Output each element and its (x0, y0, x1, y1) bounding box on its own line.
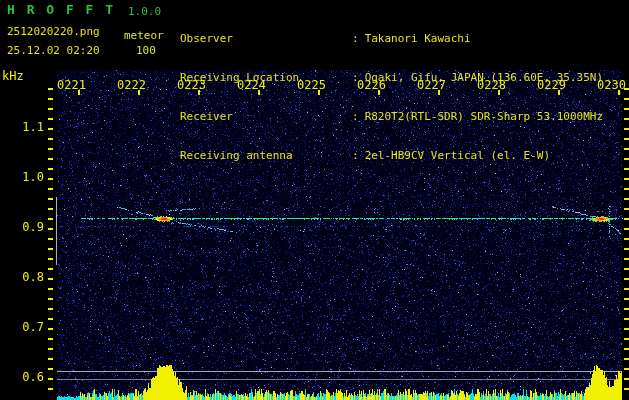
x-tick-label: 0227 (417, 79, 451, 92)
x-tick-label: 0229 (537, 79, 571, 92)
app-version: 1.0.0 (128, 5, 161, 18)
info-value: R820T2(RTL-SDR) SDR-Sharp 53.1000MHz (365, 110, 603, 123)
x-tick-label: 0225 (297, 79, 331, 92)
info-label: Receiving antenna (180, 149, 352, 162)
x-tick-label: 0230 (597, 79, 629, 92)
info-separator: : (352, 32, 359, 45)
x-tick-label: 0222 (117, 79, 151, 92)
y-tick-label: 1.1 (14, 121, 44, 134)
y-tick-label: 0.6 (14, 371, 44, 384)
info-row-observer: Observer:Takanori Kawachi (180, 32, 603, 45)
x-tick-label: 0223 (177, 79, 211, 92)
info-separator: : (352, 149, 359, 162)
text-overlay: H R O F F T 1.0.0 2512020220.png meteor … (0, 0, 629, 400)
info-value: Takanori Kawachi (365, 32, 471, 45)
x-tick-label: 0224 (237, 79, 271, 92)
x-tick-label: 0221 (57, 79, 91, 92)
info-row-receiver: Receiver:R820T2(RTL-SDR) SDR-Sharp 53.10… (180, 110, 603, 123)
y-tick-label: 0.9 (14, 221, 44, 234)
x-tick-label: 0226 (357, 79, 391, 92)
app-title: H R O F F T (7, 3, 115, 16)
info-label: Receiver (180, 110, 352, 123)
y-tick-label: 0.8 (14, 271, 44, 284)
station-info-block: Observer:Takanori Kawachi Receiving Loca… (180, 6, 603, 188)
count-label: 100 (136, 44, 156, 57)
info-label: Observer (180, 32, 352, 45)
y-tick-label: 0.7 (14, 321, 44, 334)
mode-label: meteor (124, 29, 164, 42)
info-separator: : (352, 110, 359, 123)
y-tick-label: 1.0 (14, 171, 44, 184)
y-axis-unit-label: kHz (2, 70, 24, 83)
info-row-antenna: Receiving antenna:2el-HB9CV Vertical (el… (180, 149, 603, 162)
info-value: 2el-HB9CV Vertical (el. E-W) (365, 149, 550, 162)
datetime-label: 25.12.02 02:20 (7, 44, 100, 57)
hrofft-spectrogram-screen: H R O F F T 1.0.0 2512020220.png meteor … (0, 0, 629, 400)
x-tick-label: 0228 (477, 79, 511, 92)
filename-label: 2512020220.png (7, 25, 100, 38)
